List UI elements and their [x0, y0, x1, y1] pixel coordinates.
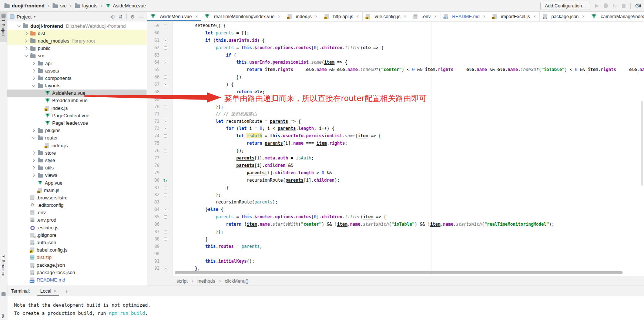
- code-line[interactable]: let isAuth = this.userInfo.permissionLis…: [172, 132, 644, 140]
- tree-item-index-js[interactable]: index.js: [7, 104, 147, 112]
- terminal-tab-local[interactable]: Local ×: [37, 286, 59, 296]
- code-line[interactable]: [172, 250, 644, 258]
- horizontal-scrollbar[interactable]: [175, 271, 623, 274]
- code-line[interactable]: // // 递归权限路由: [172, 111, 644, 118]
- code-line[interactable]: recursionRoute(parents);: [172, 199, 644, 206]
- tree-item-dist[interactable]: dist: [7, 30, 147, 37]
- close-icon[interactable]: ×: [278, 14, 281, 19]
- locate-file-icon[interactable]: ⊕: [111, 14, 115, 20]
- tree-item-main-js[interactable]: main.js: [7, 186, 147, 194]
- close-icon[interactable]: ×: [315, 14, 318, 19]
- tree-item-pagecontent-vue[interactable]: PageContent.vue: [7, 112, 147, 119]
- chevron-down-icon[interactable]: [24, 53, 28, 57]
- tab-realtimemonitoring-index-vue[interactable]: realTimeMonitoring\index.vue×: [201, 12, 284, 21]
- code-line[interactable]: this.initialKeys();: [172, 258, 644, 265]
- fold-icon[interactable]: −: [164, 83, 167, 86]
- chevron-down-icon[interactable]: ▾: [34, 15, 36, 18]
- code-line[interactable]: let recursionRoute = parents => {: [172, 118, 644, 125]
- code-line[interactable]: return item.rights === ele.name && ele.n…: [172, 66, 644, 74]
- code-line[interactable]: }: [172, 236, 644, 243]
- hide-panel-icon[interactable]: —: [138, 14, 143, 20]
- tree-item-style[interactable]: style: [7, 156, 147, 164]
- stop-icon[interactable]: [622, 4, 625, 8]
- stripe-label-structure[interactable]: 7: Structure: [1, 255, 6, 276]
- tab-http-api-js[interactable]: http-api.js×: [321, 12, 363, 21]
- debug-icon[interactable]: [604, 3, 608, 8]
- tree-item-dist-zip[interactable]: dist.zip: [7, 254, 147, 261]
- editor-breadcrumb-item-clickmenu[interactable]: clickMenu(): [225, 279, 249, 284]
- tree-item-editorconfig[interactable]: .editorconfig: [7, 202, 147, 209]
- fold-icon[interactable]: −: [164, 75, 167, 79]
- tree-item-router[interactable]: router: [7, 134, 147, 142]
- code-line[interactable]: ) {: [172, 81, 644, 88]
- chevron-right-icon[interactable]: [31, 129, 35, 132]
- code-line[interactable]: parents[i].meta.auth = isAuth;: [172, 155, 644, 162]
- breadcrumb-item-layouts[interactable]: layouts: [75, 3, 97, 9]
- tab-package-json[interactable]: package.json×: [540, 12, 588, 21]
- code-line[interactable]: recursionRoute(parents[i].children);: [172, 177, 644, 184]
- chevron-right-icon[interactable]: [31, 174, 35, 177]
- tree-item-components[interactable]: components: [7, 74, 147, 82]
- tab-cameramanage-index-vue[interactable]: cameraManage\index.vue×: [588, 12, 644, 21]
- close-icon[interactable]: ×: [356, 14, 359, 19]
- tree-item-gitignore[interactable]: .gitignore: [7, 231, 147, 239]
- tree-item-utils[interactable]: utils: [7, 164, 147, 172]
- code-line[interactable]: };: [172, 191, 644, 199]
- stripe-label-partial[interactable]: es: [1, 314, 6, 318]
- code-line[interactable]: for (let i = 0; i < parents.length; i++)…: [172, 125, 644, 132]
- chevron-right-icon[interactable]: [31, 159, 35, 162]
- code-line[interactable]: });: [172, 228, 644, 236]
- code-line[interactable]: parents = this.$router.options.routes[0]…: [172, 213, 644, 221]
- code-line[interactable]: if (this.userInfo.id) {: [172, 37, 644, 44]
- fold-icon[interactable]: −: [164, 238, 167, 241]
- tree-item-package-lock-json[interactable]: package-lock.json: [7, 269, 147, 276]
- fold-icon[interactable]: −: [164, 215, 167, 219]
- add-configuration-button[interactable]: Add Configuration...: [540, 2, 590, 10]
- tree-item-node-modules[interactable]: node_moduleslibrary root: [7, 37, 147, 44]
- tree-item-api[interactable]: api: [7, 60, 147, 67]
- fold-icon[interactable]: −: [164, 208, 167, 211]
- chevron-down-icon[interactable]: [32, 83, 36, 87]
- code-line[interactable]: }): [172, 74, 644, 81]
- collapse-all-icon[interactable]: ⇵: [118, 14, 123, 20]
- close-icon[interactable]: ×: [54, 289, 56, 294]
- code-line[interactable]: parents[i].children.length > 0 &&: [172, 169, 644, 177]
- tree-item-public[interactable]: public: [7, 45, 147, 52]
- run-icon[interactable]: [595, 4, 599, 8]
- code-line[interactable]: }else {: [172, 206, 644, 213]
- breadcrumb-item-duoji-frontend[interactable]: duoji-frontend: [4, 3, 44, 9]
- editor-vertical-scrollbar[interactable]: [641, 101, 643, 186]
- tree-item-pageheader-vue[interactable]: PageHeader.vue: [7, 119, 147, 127]
- fold-icon[interactable]: −: [164, 127, 167, 130]
- code-line[interactable]: });: [172, 103, 644, 111]
- tree-item-eslintrc-js[interactable]: .eslintrc.js: [7, 224, 147, 231]
- close-icon[interactable]: ×: [533, 14, 536, 19]
- tree-item-readme-md[interactable]: README.md: [7, 276, 147, 283]
- code-line[interactable]: this.userInfo.permissionList.some(item =…: [172, 59, 644, 66]
- tree-item-app-vue[interactable]: App.vue: [7, 179, 147, 186]
- fold-icon[interactable]: −: [164, 24, 167, 27]
- chevron-right-icon[interactable]: [31, 76, 35, 80]
- fold-icon[interactable]: −: [164, 61, 167, 64]
- chevron-right-icon[interactable]: [24, 39, 28, 43]
- editor-breadcrumb-item-script[interactable]: script: [177, 279, 188, 284]
- editor-breadcrumb-item-methods[interactable]: methods: [197, 279, 215, 284]
- chevron-right-icon[interactable]: [24, 47, 28, 50]
- code-line[interactable]: this.routes = parents;: [172, 243, 644, 250]
- fold-icon[interactable]: −: [164, 267, 167, 270]
- tree-item-src[interactable]: src: [7, 52, 147, 60]
- new-terminal-session-icon[interactable]: +: [65, 288, 68, 294]
- chevron-down-icon[interactable]: [17, 24, 21, 27]
- fold-icon[interactable]: −: [164, 193, 167, 196]
- code-line[interactable]: return !item.name.startsWith("center") &…: [172, 221, 644, 228]
- tab-vue-config-js[interactable]: vue.config.js×: [363, 12, 410, 21]
- run-with-coverage-icon[interactable]: ↻: [613, 3, 617, 9]
- tab-index-js[interactable]: index.js×: [284, 12, 321, 21]
- code-line[interactable]: parents[i].children &&: [172, 162, 644, 169]
- tree-item-browserslistrc[interactable]: .browserslistrc: [7, 194, 147, 201]
- close-icon[interactable]: ×: [195, 14, 198, 19]
- close-icon[interactable]: ×: [404, 14, 406, 19]
- breadcrumb-item-asidemenu-vue[interactable]: AsideMenu.vue: [106, 3, 146, 9]
- tree-item-env[interactable]: .env: [7, 209, 147, 216]
- fold-icon[interactable]: −: [164, 230, 167, 233]
